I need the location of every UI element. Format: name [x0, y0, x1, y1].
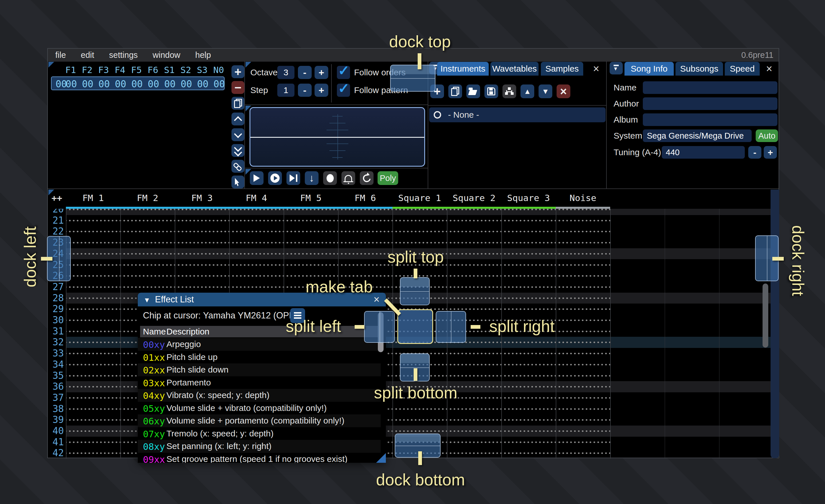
- author-input[interactable]: [643, 97, 777, 110]
- step-plus-button[interactable]: +: [314, 84, 328, 97]
- pattern-row-23[interactable]: 23: [48, 237, 770, 248]
- channel-header-square-3[interactable]: Square 3: [501, 189, 556, 207]
- pattern-scrollbar-track[interactable]: [770, 189, 779, 458]
- channel-underline: [392, 207, 447, 209]
- order-cell[interactable]: 00: [211, 78, 227, 90]
- split-right-target[interactable]: [436, 311, 466, 343]
- step-row-button[interactable]: ↓: [305, 171, 318, 185]
- menu-help[interactable]: help: [188, 49, 219, 61]
- menu-settings[interactable]: settings: [102, 49, 145, 61]
- instruments-close-icon[interactable]: ×: [593, 63, 599, 74]
- channel-header-fm-4[interactable]: FM 4: [229, 189, 284, 207]
- move-order-up-button[interactable]: [231, 112, 244, 125]
- delete-instrument-button[interactable]: ×: [556, 84, 570, 98]
- collapse-triangle-icon[interactable]: ▼: [144, 296, 150, 304]
- song-info-collapse-button[interactable]: [610, 62, 623, 74]
- panel-corner: [49, 62, 54, 68]
- save-instrument-button[interactable]: [484, 84, 498, 98]
- channel-header-fm-2[interactable]: FM 2: [120, 189, 175, 207]
- menu-window[interactable]: window: [145, 49, 188, 61]
- order-row[interactable]: 00 00000000000000000000: [51, 76, 225, 90]
- menu-edit[interactable]: edit: [73, 49, 102, 61]
- order-cell[interactable]: 00: [178, 78, 195, 90]
- order-cell[interactable]: 00: [145, 78, 162, 90]
- open-instrument-button[interactable]: [466, 84, 480, 98]
- move-order-down-button[interactable]: [231, 128, 244, 141]
- channel-header-square-1[interactable]: Square 1: [392, 189, 447, 207]
- dock-bottom-target[interactable]: [395, 434, 441, 457]
- order-change-mode-button[interactable]: [231, 176, 244, 188]
- move-instrument-up-button[interactable]: ▲: [521, 84, 534, 98]
- pattern-row-22[interactable]: 22: [48, 226, 770, 237]
- auto-system-button[interactable]: Auto: [756, 130, 778, 142]
- step-minus-button[interactable]: -: [298, 84, 312, 97]
- channel-header-fm-6[interactable]: FM 6: [338, 189, 392, 207]
- tab-song-info[interactable]: Song Info: [624, 62, 674, 76]
- play-button[interactable]: [250, 171, 264, 185]
- row-number: 27: [48, 281, 64, 292]
- play-pattern-button[interactable]: [268, 171, 282, 185]
- octave-minus-button[interactable]: -: [298, 66, 312, 79]
- column-separator: [610, 189, 611, 459]
- effect-row-09xx: 09xxSet groove pattern (speed 1 if no gr…: [138, 453, 381, 463]
- tuning-input[interactable]: [662, 146, 745, 159]
- step-value[interactable]: 1: [277, 84, 295, 97]
- play-row-button[interactable]: [287, 171, 300, 185]
- order-cell[interactable]: 00: [79, 78, 96, 90]
- channel-header-square-2[interactable]: Square 2: [447, 189, 501, 207]
- make-tab-target[interactable]: [397, 309, 433, 344]
- metronome-button[interactable]: [342, 171, 355, 185]
- system-input[interactable]: [643, 130, 752, 142]
- pattern-row-21[interactable]: 21: [48, 215, 770, 226]
- order-cell[interactable]: 00: [112, 78, 129, 90]
- effect-list-resize-grip[interactable]: [376, 453, 386, 463]
- add-order-button[interactable]: +: [231, 65, 244, 78]
- tuning-plus-button[interactable]: +: [764, 146, 777, 159]
- effect-description: Set panning (x: left; y: right): [166, 441, 272, 451]
- pattern-scrollbar-thumb[interactable]: [762, 283, 768, 348]
- tab-subsongs[interactable]: Subsongs: [675, 62, 723, 76]
- order-cell[interactable]: 00: [96, 78, 112, 90]
- effect-description: Volume slide + portamento (compatibility…: [166, 416, 344, 426]
- poly-button[interactable]: Poly: [378, 171, 398, 185]
- tab-speed[interactable]: Speed: [725, 62, 760, 76]
- name-input[interactable]: [643, 81, 777, 94]
- album-input[interactable]: [643, 113, 777, 126]
- order-cell[interactable]: 00: [63, 78, 79, 90]
- instrument-list-item[interactable]: - None -: [429, 107, 606, 122]
- repeat-pattern-button[interactable]: [360, 171, 374, 185]
- duplicate-order-end-button[interactable]: [231, 144, 244, 157]
- instrument-folders-button[interactable]: [503, 84, 516, 98]
- octave-value[interactable]: 3: [277, 66, 295, 79]
- channel-header-fm-5[interactable]: FM 5: [284, 189, 338, 207]
- duplicate-instrument-button[interactable]: [448, 84, 462, 98]
- channel-header-noise[interactable]: Noise: [556, 189, 610, 207]
- divider: [245, 168, 428, 168]
- repeat-icon: [360, 171, 374, 185]
- follow-orders-checkbox[interactable]: ✓: [337, 66, 350, 79]
- deep-clone-order-button[interactable]: [231, 160, 244, 173]
- record-button[interactable]: [323, 171, 337, 185]
- menu-file[interactable]: file: [48, 49, 73, 61]
- order-cell[interactable]: 00: [162, 78, 178, 90]
- octave-plus-button[interactable]: +: [314, 66, 328, 79]
- effect-list-close-icon[interactable]: ×: [374, 293, 380, 307]
- split-left-target[interactable]: [364, 311, 395, 343]
- tab-wavetables[interactable]: Wavetables: [491, 62, 538, 76]
- dock-top-target[interactable]: [390, 65, 435, 92]
- follow-pattern-checkbox[interactable]: ✓: [337, 84, 350, 97]
- tab-samples[interactable]: Samples: [541, 62, 583, 76]
- tuning-minus-button[interactable]: -: [748, 146, 761, 159]
- remove-order-button[interactable]: −: [231, 81, 244, 94]
- order-cell[interactable]: 00: [195, 78, 211, 90]
- channel-header-fm-1[interactable]: FM 1: [66, 189, 120, 207]
- tab-instruments[interactable]: Instruments: [437, 62, 489, 76]
- split-top-target[interactable]: [400, 277, 430, 305]
- move-instrument-down-button[interactable]: ▼: [538, 84, 552, 98]
- channel-header-fm-3[interactable]: FM 3: [175, 189, 229, 207]
- effect-code: 01xx: [143, 352, 165, 363]
- order-cell[interactable]: 00: [129, 78, 145, 90]
- song-info-close-icon[interactable]: ×: [766, 63, 772, 74]
- duplicate-order-button[interactable]: [231, 97, 244, 110]
- triangle-up-icon: ▲: [521, 84, 534, 98]
